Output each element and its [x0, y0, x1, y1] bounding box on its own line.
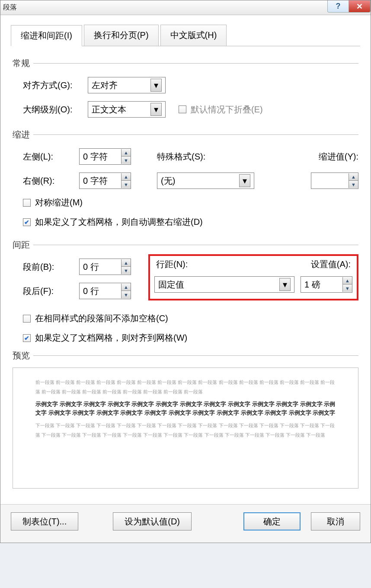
window-title: 段落: [3, 3, 17, 12]
mirror-indent-row: 对称缩进(M): [13, 197, 358, 208]
auto-right-indent-checkbox[interactable]: [23, 218, 31, 226]
spin-up-icon[interactable]: ▲: [349, 173, 358, 181]
no-space-same-style-label: 在相同样式的段落间不添加空格(C): [35, 313, 168, 324]
tabs-button-label: 制表位(T)...: [22, 516, 67, 527]
auto-right-indent-row: 如果定义了文档网格，则自动调整右缩进(D): [13, 216, 358, 228]
spinner-buttons: ▲▼: [121, 173, 131, 188]
spinner-buttons: ▲▼: [121, 259, 131, 274]
spin-down-icon[interactable]: ▼: [121, 157, 131, 164]
spinner-buttons: ▲▼: [342, 277, 352, 292]
tab-body: 常规 对齐方式(G): 左对齐 ▾ 大纲级别(O): 正文文本 ▾: [11, 46, 360, 489]
special-format-label: 特殊格式(S):: [157, 151, 226, 163]
space-after-spinner[interactable]: 0 行 ▲▼: [79, 283, 131, 299]
paragraph-dialog: 段落 ? ✕ 缩进和间距(I) 换行和分页(P) 中文版式(H) 常规 对齐方式…: [0, 0, 371, 543]
dropdown-icon: ▾: [150, 79, 162, 92]
mirror-indent-checkbox[interactable]: [23, 199, 31, 207]
right-indent-label: 右侧(R):: [23, 175, 79, 187]
space-after-value: 0 行: [83, 285, 99, 297]
alignment-label: 对齐方式(G):: [23, 80, 88, 91]
mirror-indent-label: 对称缩进(M): [35, 197, 83, 208]
preview-title: 预览: [13, 350, 358, 361]
spin-down-icon[interactable]: ▼: [342, 284, 352, 292]
collapse-checkbox[interactable]: [179, 105, 186, 113]
outline-row: 大纲级别(O): 正文文本 ▾ 默认情况下折叠(E): [13, 101, 358, 118]
outline-label: 大纲级别(O):: [23, 104, 88, 115]
spinner-buttons: ▲▼: [121, 149, 131, 164]
indent-title: 缩进: [13, 129, 358, 141]
collapse-label: 默认情况下折叠(E): [191, 104, 263, 115]
left-indent-spinner[interactable]: 0 字符 ▲▼: [79, 148, 131, 165]
spin-down-icon[interactable]: ▼: [121, 267, 131, 274]
special-format-combo[interactable]: (无) ▾: [157, 173, 254, 189]
right-indent-spinner[interactable]: 0 字符 ▲▼: [79, 173, 131, 189]
tab-line-page-breaks[interactable]: 换行和分页(P): [84, 25, 159, 46]
spin-up-icon[interactable]: ▲: [121, 259, 131, 267]
spin-up-icon[interactable]: ▲: [121, 284, 131, 291]
cancel-button[interactable]: 取消: [311, 512, 360, 530]
ok-label: 确定: [263, 516, 281, 527]
spin-up-icon[interactable]: ▲: [121, 173, 131, 181]
alignment-combo[interactable]: 左对齐 ▾: [88, 77, 166, 93]
window-controls: ? ✕: [327, 0, 371, 13]
indent-by-label: 缩进值(Y):: [319, 151, 358, 163]
snap-grid-row: 如果定义了文档网格，则对齐到网格(W): [13, 332, 358, 344]
left-indent-value: 0 字符: [83, 151, 108, 163]
space-after-label: 段后(F):: [23, 285, 79, 297]
ok-button[interactable]: 确定: [243, 512, 301, 530]
dialog-footer: 制表位(T)... 设为默认值(D) 确定 取消: [0, 504, 371, 543]
line-spacing-combo[interactable]: 固定值 ▾: [154, 276, 294, 293]
line-spacing-labels: 行距(N): 设置值(A):: [154, 259, 352, 270]
tab-asian-typography[interactable]: 中文版式(H): [160, 25, 227, 46]
right-indent-value: 0 字符: [83, 175, 108, 187]
spin-down-icon[interactable]: ▼: [121, 181, 131, 188]
at-value-label: 设置值(A):: [311, 259, 351, 270]
no-space-same-style-row: 在相同样式的段落间不添加空格(C): [13, 313, 358, 324]
alignment-row: 对齐方式(G): 左对齐 ▾: [13, 77, 358, 93]
space-before-value: 0 行: [83, 261, 99, 273]
general-group: 常规 对齐方式(G): 左对齐 ▾ 大纲级别(O): 正文文本 ▾: [13, 58, 358, 118]
spin-down-icon[interactable]: ▼: [349, 181, 358, 188]
indent-group: 缩进 左侧(L): 0 字符 ▲▼ 特殊格式(S): 缩进值(Y):: [13, 129, 358, 228]
spacing-left-col: 段前(B): 0 行 ▲▼ 段后(F): 0 行 ▲▼: [13, 251, 131, 299]
preview-group: 预览 前一段落 前一段落 前一段落 前一段落 前一段落 前一段落 前一段落 前一…: [13, 350, 358, 489]
help-button[interactable]: ?: [327, 0, 349, 13]
tab-indent-spacing[interactable]: 缩进和间距(I): [11, 25, 82, 46]
tab-bar: 缩进和间距(I) 换行和分页(P) 中文版式(H): [11, 25, 360, 46]
dropdown-icon: ▾: [239, 174, 250, 187]
space-after-row: 段后(F): 0 行 ▲▼: [13, 283, 131, 299]
tabs-button[interactable]: 制表位(T)...: [11, 512, 78, 530]
space-before-row: 段前(B): 0 行 ▲▼: [13, 259, 131, 275]
tab-label: 中文版式(H): [170, 30, 217, 40]
spin-up-icon[interactable]: ▲: [342, 277, 352, 284]
left-indent-label: 左侧(L):: [23, 151, 79, 163]
spin-up-icon[interactable]: ▲: [121, 149, 131, 157]
dropdown-icon: ▾: [279, 278, 291, 291]
general-title: 常规: [13, 58, 358, 69]
spacing-group: 间距 段前(B): 0 行 ▲▼ 段后(F):: [13, 239, 358, 344]
at-value-spinner[interactable]: 1 磅 ▲▼: [301, 276, 352, 293]
spin-down-icon[interactable]: ▼: [121, 291, 131, 298]
preview-sample-text: 示例文字 示例文字 示例文字 示例文字 示例文字 示例文字 示例文字 示例文字 …: [35, 400, 336, 417]
tab-label: 换行和分页(P): [94, 30, 149, 40]
auto-right-indent-label: 如果定义了文档网格，则自动调整右缩进(D): [35, 216, 203, 228]
outline-value: 正文文本: [92, 104, 126, 115]
close-button[interactable]: ✕: [349, 0, 371, 13]
preview-prev-text: 前一段落 前一段落 前一段落 前一段落 前一段落 前一段落 前一段落 前一段落 …: [35, 377, 336, 396]
left-indent-row: 左侧(L): 0 字符 ▲▼: [13, 148, 131, 165]
indent-row1: 左侧(L): 0 字符 ▲▼ 特殊格式(S): 缩进值(Y):: [13, 148, 358, 165]
indent-row2: 右侧(R): 0 字符 ▲▼ (无) ▾ ▲▼: [13, 173, 358, 189]
preview-next-text: 下一段落 下一段落 下一段落 下一段落 下一段落 下一段落 下一段落 下一段落 …: [35, 421, 336, 440]
no-space-same-style-checkbox[interactable]: [23, 315, 31, 323]
line-spacing-controls: 固定值 ▾ 1 磅 ▲▼: [154, 276, 352, 293]
right-indent-row: 右侧(R): 0 字符 ▲▼: [13, 173, 131, 189]
snap-grid-checkbox[interactable]: [23, 334, 31, 342]
outline-combo[interactable]: 正文文本 ▾: [88, 101, 166, 118]
indent-by-spinner[interactable]: ▲▼: [311, 173, 358, 189]
set-default-button[interactable]: 设为默认值(D): [113, 512, 192, 530]
dropdown-icon: ▾: [150, 103, 162, 116]
titlebar: 段落 ? ✕: [0, 0, 371, 15]
preview-box: 前一段落 前一段落 前一段落 前一段落 前一段落 前一段落 前一段落 前一段落 …: [13, 368, 358, 489]
spacing-title: 间距: [13, 239, 358, 251]
space-before-spinner[interactable]: 0 行 ▲▼: [79, 259, 131, 275]
line-spacing-highlight: 行距(N): 设置值(A): 固定值 ▾ 1 磅 ▲▼: [148, 254, 358, 300]
